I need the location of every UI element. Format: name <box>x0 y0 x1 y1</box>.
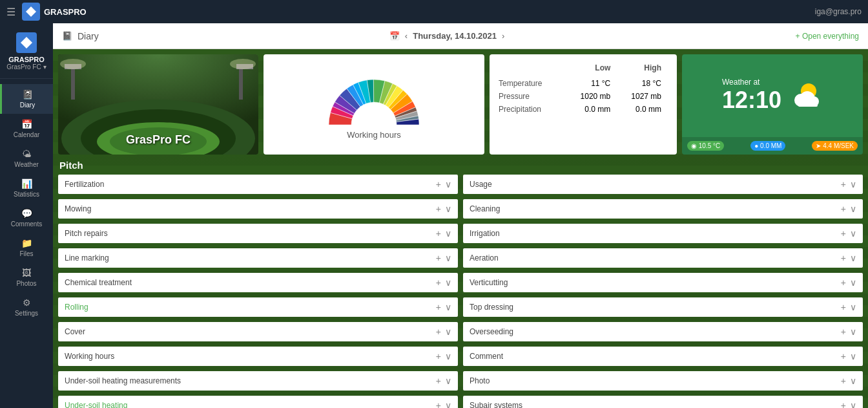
next-day-button[interactable]: › <box>502 31 504 41</box>
activity-row[interactable]: Pitch repairs + ∨ <box>58 224 458 243</box>
sidebar-label-files: Files <box>19 250 33 257</box>
calendar-icon[interactable]: 📅 <box>389 31 400 41</box>
collapse-activity-button[interactable]: ∨ <box>445 351 451 361</box>
club-selector[interactable]: GrasPro FC ▾ <box>6 63 46 70</box>
activity-row[interactable]: Irrigation + ∨ <box>463 224 863 243</box>
diary-header-icon: 📓 <box>62 31 72 41</box>
add-activity-button[interactable]: + <box>841 376 846 386</box>
add-activity-button[interactable]: + <box>841 179 846 189</box>
add-activity-button[interactable]: + <box>436 302 441 312</box>
add-activity-button[interactable]: + <box>841 351 846 361</box>
collapse-activity-button[interactable]: ∨ <box>445 228 451 239</box>
activity-row[interactable]: Photo + ∨ <box>463 371 863 391</box>
gauge-container <box>322 69 426 127</box>
add-activity-button[interactable]: + <box>841 400 846 408</box>
collapse-activity-button[interactable]: ∨ <box>850 302 856 312</box>
top-nav: ☰ GRASPRO iga@gras.pro <box>0 0 868 23</box>
add-activity-button[interactable]: + <box>436 351 441 361</box>
sidebar-item-files[interactable]: 📁 Files <box>0 233 53 263</box>
collapse-activity-button[interactable]: ∨ <box>850 253 856 263</box>
add-activity-button[interactable]: + <box>436 228 441 239</box>
activity-actions: + ∨ <box>841 302 856 312</box>
sidebar-item-weather[interactable]: 🌤 Weather <box>0 144 53 173</box>
activity-name: Cleaning <box>470 204 500 213</box>
sidebar-label-calendar: Calendar <box>14 131 40 138</box>
collapse-activity-button[interactable]: ∨ <box>445 253 451 263</box>
collapse-activity-button[interactable]: ∨ <box>850 228 856 239</box>
row-separator <box>58 367 458 370</box>
row-separator <box>58 294 458 296</box>
activity-row[interactable]: Comment + ∨ <box>463 347 863 366</box>
add-activity-button[interactable]: + <box>436 277 441 288</box>
activity-row[interactable]: Mowing + ∨ <box>58 199 458 219</box>
collapse-activity-button[interactable]: ∨ <box>445 204 451 214</box>
activity-row[interactable]: Under-soil heating + ∨ <box>58 396 458 408</box>
row-separator <box>463 343 863 345</box>
activity-row[interactable]: Fertilization + ∨ <box>58 175 458 194</box>
collapse-activity-button[interactable]: ∨ <box>445 277 451 288</box>
activity-actions: + ∨ <box>436 228 451 239</box>
activity-row[interactable]: Aeration + ∨ <box>463 248 863 268</box>
add-activity-button[interactable]: + <box>436 253 441 263</box>
collapse-activity-button[interactable]: ∨ <box>850 277 856 288</box>
activity-row[interactable]: Usage + ∨ <box>463 175 863 194</box>
activity-row[interactable]: Cleaning + ∨ <box>463 199 863 219</box>
weather-icon: 🌤 <box>22 149 31 159</box>
add-activity-button[interactable]: + <box>436 327 441 337</box>
collapse-activity-button[interactable]: ∨ <box>445 179 451 189</box>
activity-actions: + ∨ <box>436 179 451 189</box>
sidebar-label-settings: Settings <box>15 310 38 317</box>
add-activity-button[interactable]: + <box>841 204 846 214</box>
activity-row[interactable]: Under-soil heating measurements + ∨ <box>58 371 458 391</box>
activity-actions: + ∨ <box>841 179 856 189</box>
add-activity-button[interactable]: + <box>841 228 846 239</box>
sidebar: GRASPRO GrasPro FC ▾ 📓 Diary 📅 Calendar … <box>0 23 53 408</box>
collapse-activity-button[interactable]: ∨ <box>445 302 451 312</box>
activity-row[interactable]: Verticutting + ∨ <box>463 273 863 292</box>
weather-text: Weather at 12:10 <box>722 78 781 114</box>
collapse-activity-button[interactable]: ∨ <box>445 327 451 337</box>
hamburger-icon[interactable]: ☰ <box>6 6 16 18</box>
add-activity-button[interactable]: + <box>436 376 441 386</box>
activity-row[interactable]: Subair systems + ∨ <box>463 396 863 408</box>
collapse-activity-button[interactable]: ∨ <box>850 179 856 189</box>
collapse-activity-button[interactable]: ∨ <box>850 376 856 386</box>
sidebar-item-photos[interactable]: 🖼 Photos <box>0 263 53 292</box>
row-separator <box>58 343 458 345</box>
activity-row[interactable]: Line marking + ∨ <box>58 248 458 268</box>
open-everything-button[interactable]: + Open everything <box>796 32 859 41</box>
activity-row[interactable]: Top dressing + ∨ <box>463 297 863 317</box>
sidebar-item-diary[interactable]: 📓 Diary <box>0 84 53 114</box>
prev-day-button[interactable]: ‹ <box>405 31 408 41</box>
add-activity-button[interactable]: + <box>841 302 846 312</box>
svg-marker-1 <box>21 37 32 48</box>
activity-row[interactable]: Rolling + ∨ <box>58 297 458 317</box>
collapse-activity-button[interactable]: ∨ <box>850 351 856 361</box>
collapse-activity-button[interactable]: ∨ <box>850 327 856 337</box>
add-activity-button[interactable]: + <box>841 277 846 288</box>
activity-name: Under-soil heating measurements <box>65 376 181 385</box>
collapse-activity-button[interactable]: ∨ <box>445 376 451 386</box>
weather-table: Low High Temperature11 °C18 °CPressure10… <box>497 62 669 116</box>
sidebar-item-statistics[interactable]: 📊 Statistics <box>0 173 53 203</box>
sidebar-item-comments[interactable]: 💬 Comments <box>0 203 53 233</box>
sidebar-item-settings[interactable]: ⚙ Settings <box>0 292 53 322</box>
weather-badge: ◉ 10.5 °C <box>687 141 724 151</box>
add-activity-button[interactable]: + <box>841 253 846 263</box>
sidebar-item-calendar[interactable]: 📅 Calendar <box>0 114 53 144</box>
svg-point-12 <box>230 59 256 69</box>
activity-row[interactable]: Working hours + ∨ <box>58 347 458 366</box>
add-activity-button[interactable]: + <box>841 327 846 337</box>
collapse-activity-button[interactable]: ∨ <box>850 400 856 408</box>
add-activity-button[interactable]: + <box>436 179 441 189</box>
add-activity-button[interactable]: + <box>436 400 441 408</box>
weather-col-label <box>499 63 566 76</box>
collapse-activity-button[interactable]: ∨ <box>445 400 451 408</box>
activity-row[interactable]: Overseeding + ∨ <box>463 322 863 341</box>
activity-row[interactable]: Chemical treatment + ∨ <box>58 273 458 292</box>
weather-at-label: Weather at <box>722 78 781 87</box>
activity-row[interactable]: Cover + ∨ <box>58 322 458 341</box>
activity-name: Top dressing <box>470 303 513 312</box>
collapse-activity-button[interactable]: ∨ <box>850 204 856 214</box>
add-activity-button[interactable]: + <box>436 204 441 214</box>
